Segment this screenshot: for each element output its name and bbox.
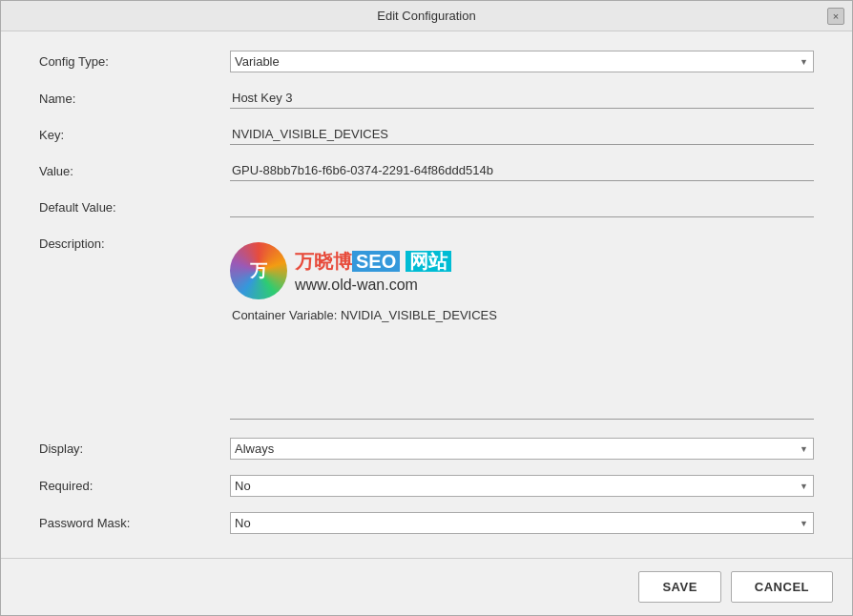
config-type-select[interactable]: Variable Port Volume [230,51,814,72]
required-select-wrapper: No Yes [230,475,814,497]
name-input[interactable] [230,88,814,109]
password-mask-select-wrapper: No Yes [230,512,814,534]
config-type-label: Config Type: [39,51,230,69]
dialog-title: Edit Configuration [377,9,475,23]
password-mask-row: Password Mask: No Yes [39,512,814,534]
watermark-logo: 万 [230,242,287,299]
value-label: Value: [39,160,230,178]
name-field [230,88,814,109]
name-label: Name: [39,88,230,106]
watermark-url: www.old-wan.com [295,277,451,294]
config-type-select-wrapper: Variable Port Volume [230,51,814,72]
display-select-wrapper: Always Never Advanced [230,438,814,460]
close-button[interactable]: × [827,8,844,25]
key-label: Key: [39,124,230,142]
close-icon: × [833,10,839,22]
key-field [230,124,814,145]
config-type-row: Config Type: Variable Port Volume [39,51,814,72]
password-mask-label: Password Mask: [39,512,230,530]
required-label: Required: [39,475,230,493]
dialog-content: Config Type: Variable Port Volume Name: … [1,31,852,558]
display-label: Display: [39,438,230,456]
watermark-title-part2: SEO [352,251,400,272]
required-select[interactable]: No Yes [230,475,814,497]
key-row: Key: [39,124,814,145]
password-mask-field: No Yes [230,512,814,534]
title-bar: Edit Configuration × [1,1,852,31]
value-field [230,160,814,181]
watermark-title-part1: 万晓博 [295,251,352,272]
description-label: Description: [39,233,230,251]
key-input[interactable] [230,124,814,145]
watermark-title: 万晓博SEO 网站 [295,249,451,275]
watermark: 万 万晓博SEO 网站 www.old-wan.com [230,233,814,305]
dialog-footer: SAVE CANCEL [1,558,852,615]
default-value-input[interactable] [230,196,814,217]
default-value-field [230,196,814,217]
default-value-label: Default Value: [39,196,230,215]
required-field: No Yes [230,475,814,497]
value-row: Value: [39,160,814,181]
required-row: Required: No Yes [39,475,814,497]
watermark-title-part3: 网站 [406,251,451,272]
description-field: 万 万晓博SEO 网站 www.old-wan.com Container Va… [230,233,814,422]
display-row: Display: Always Never Advanced [39,438,814,460]
name-row: Name: [39,88,814,109]
password-mask-select[interactable]: No Yes [230,512,814,534]
description-input[interactable]: Container Variable: NVIDIA_VISIBLE_DEVIC… [230,305,814,420]
cancel-button[interactable]: CANCEL [731,571,833,603]
config-type-field: Variable Port Volume [230,51,814,72]
watermark-text-block: 万晓博SEO 网站 www.old-wan.com [295,249,451,294]
default-value-row: Default Value: [39,196,814,217]
display-select[interactable]: Always Never Advanced [230,438,814,460]
value-input[interactable] [230,160,814,181]
display-field: Always Never Advanced [230,438,814,460]
description-row: Description: 万 万晓博SEO 网站 www.old-wan.com… [39,233,814,422]
edit-config-dialog: Edit Configuration × Config Type: Variab… [0,0,853,616]
save-button[interactable]: SAVE [638,571,720,603]
